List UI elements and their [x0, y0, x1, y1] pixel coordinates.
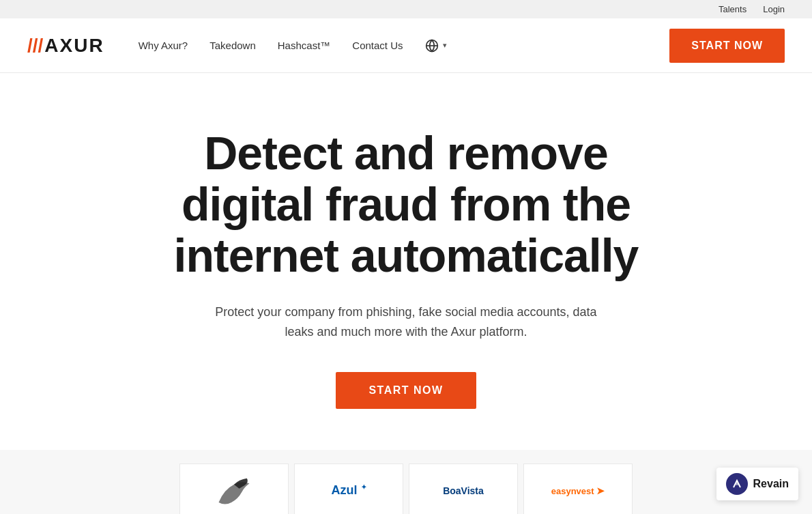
- boavista-brand-text: BoaVista: [443, 485, 484, 496]
- nav-start-now-button[interactable]: START NOW: [669, 29, 785, 63]
- brand-logo-1: [179, 463, 289, 514]
- azul-brand-text: Azul ✦: [332, 483, 366, 498]
- revain-icon: [726, 473, 748, 495]
- revain-badge: Revain: [716, 468, 798, 500]
- hero-subtext: Protect your company from phishing, fake…: [215, 302, 597, 342]
- main-nav: ///AXUR Why Axur? Takedown Hashcast™ Con…: [0, 18, 812, 73]
- nav-links: Why Axur? Takedown Hashcast™ Contact Us …: [139, 39, 643, 53]
- language-selector[interactable]: ▾: [425, 39, 447, 53]
- talents-link[interactable]: Talents: [719, 4, 746, 14]
- brand-logo-2: Azul ✦: [294, 463, 403, 514]
- brand1-icon: [214, 474, 255, 508]
- logos-section: Azul ✦ BoaVista easynvest ➤: [0, 450, 812, 514]
- login-link[interactable]: Login: [763, 4, 785, 14]
- nav-hashcast[interactable]: Hashcast™: [278, 40, 331, 51]
- brand-logo-4: easynvest ➤: [523, 463, 633, 514]
- logo-link[interactable]: ///AXUR: [27, 35, 104, 57]
- top-bar: Talents Login: [0, 0, 812, 18]
- nav-why-axur[interactable]: Why Axur?: [139, 40, 188, 51]
- revain-label: Revain: [753, 478, 789, 490]
- svg-point-3: [736, 483, 738, 485]
- nav-contact-us[interactable]: Contact Us: [352, 40, 403, 51]
- logo-name: AXUR: [44, 35, 104, 57]
- chevron-down-icon: ▾: [443, 41, 447, 50]
- easynvest-brand-text: easynvest ➤: [551, 485, 605, 496]
- logo-slashes: ///: [27, 35, 43, 57]
- nav-takedown[interactable]: Takedown: [209, 40, 256, 51]
- hero-section: Detect and remove digital fraud from the…: [0, 73, 812, 450]
- brand-logo-3: BoaVista: [409, 463, 518, 514]
- hero-start-now-button[interactable]: START NOW: [336, 372, 476, 409]
- globe-icon: [425, 39, 439, 53]
- hero-heading: Detect and remove digital fraud from the…: [147, 128, 665, 281]
